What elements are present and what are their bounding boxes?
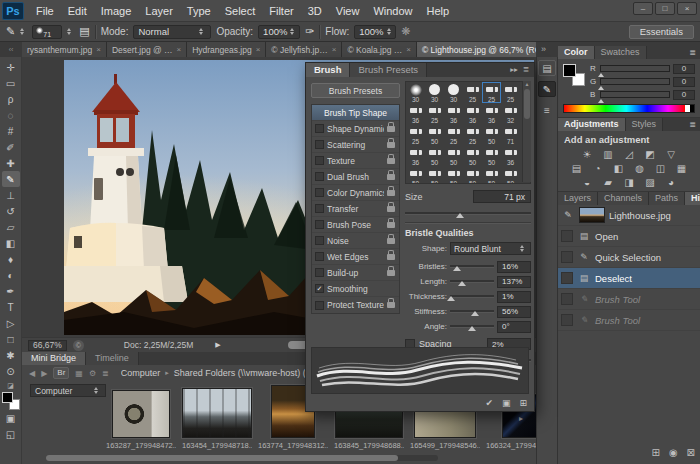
checkbox[interactable] [315, 284, 324, 293]
slider-value-field[interactable]: 56% [497, 306, 531, 318]
checkbox[interactable] [315, 140, 324, 149]
clone-source-panel-icon[interactable]: ≡ [538, 102, 556, 118]
foreground-color-swatch[interactable] [563, 64, 576, 77]
brush-option-color-dynamics[interactable]: Color Dynamics [312, 185, 399, 201]
history-brush-tool[interactable]: ↺ [2, 203, 20, 219]
brush-tip-cell[interactable]: 32 [501, 103, 520, 124]
channel-slider-track[interactable] [600, 91, 670, 98]
panel-tab[interactable]: Mini Bridge [22, 352, 86, 365]
curves-icon[interactable]: ◿ [621, 148, 638, 161]
color-balance-icon[interactable]: ◔ [589, 162, 606, 175]
menu-item[interactable]: Layer [138, 0, 180, 22]
brush-tip-cell[interactable]: 36 [406, 103, 425, 124]
brush-tool[interactable]: ✎ [2, 171, 20, 187]
hand-tool[interactable]: ✱ [2, 347, 20, 363]
panel-tab[interactable]: Styles [626, 118, 664, 131]
breadcrumb-item[interactable]: Computer▸ [121, 368, 169, 378]
slider-value-field[interactable]: 0° [497, 321, 531, 333]
document-tab[interactable]: rysanthemum.jpg × [22, 42, 107, 57]
levels-icon[interactable]: ▥ [600, 148, 617, 161]
brush-tip-cell[interactable]: 30 [406, 82, 425, 103]
checkbox[interactable] [315, 268, 324, 277]
history-state-quick-selection[interactable]: ✎ Quick Selection [558, 247, 700, 268]
panel-tab[interactable]: History [685, 192, 700, 205]
close-tab-icon[interactable]: × [176, 45, 181, 54]
slider-thumb[interactable] [468, 322, 476, 331]
photo-filter-icon[interactable]: ◍ [631, 162, 648, 175]
lock-icon[interactable] [387, 126, 395, 132]
menu-item[interactable]: Image [94, 0, 139, 22]
brush-panel-icon[interactable]: ✎ [538, 81, 556, 97]
document-tab[interactable]: © Jellyfish.jp… × [266, 42, 342, 57]
brush-option-protect-texture[interactable]: Protect Texture [312, 297, 399, 313]
channel-value-field[interactable]: 0 [673, 77, 695, 87]
history-state-open[interactable]: ▤ Open [558, 226, 700, 247]
history-state-brush-tool-2[interactable]: ✎ Brush Tool [558, 310, 700, 331]
brush-preset-picker[interactable]: 71 [32, 25, 62, 39]
crop-tool[interactable]: # [2, 123, 20, 139]
brush-option-texture[interactable]: Texture [312, 153, 399, 169]
brush-tool-icon[interactable]: ✎ [6, 25, 15, 38]
black-white-icon[interactable]: ◧ [610, 162, 627, 175]
brush-option-shape-dynamics[interactable]: Shape Dynamics [312, 121, 399, 137]
bridge-thumbnail[interactable]: 163454_179948718... [182, 388, 252, 450]
slider-thumb[interactable] [458, 277, 466, 286]
slider-thumb[interactable] [598, 70, 604, 77]
scrollbar-thumb[interactable] [46, 455, 398, 461]
close-tab-icon[interactable]: × [256, 45, 261, 54]
mode-select[interactable]: Normal [133, 25, 211, 39]
brush-tip-cell[interactable]: 36 [501, 145, 520, 166]
grid-scrollbar[interactable]: ▲ [522, 81, 531, 182]
brush-tip-cell[interactable]: 50 [463, 145, 482, 166]
channel-slider-track[interactable] [600, 65, 670, 72]
slider-thumb[interactable] [598, 96, 604, 103]
shape-tool[interactable]: □ [2, 331, 20, 347]
open-preset-picker-icon[interactable]: ▣ [502, 398, 511, 408]
slider-thumb[interactable] [453, 262, 461, 271]
scroll-right-icon[interactable]: ▸ [519, 414, 523, 423]
slider-value-field[interactable]: 137% [497, 276, 531, 288]
brush-tip-cell[interactable]: 25 [501, 82, 520, 103]
brush-tip-cell[interactable]: 50 [406, 166, 425, 184]
bridge-thumbnail[interactable]: 163287_179948472... [106, 390, 176, 450]
history-snapshot-row[interactable]: ✎ Lighthouse.jpg [558, 205, 700, 226]
quick-selection-tool[interactable]: ◌ [2, 107, 20, 123]
channel-value-field[interactable]: 0 [673, 90, 695, 100]
brush-tip-cell[interactable]: 36 [406, 145, 425, 166]
toggle-brush-panel-icon[interactable]: ▤ [79, 25, 89, 38]
blur-tool[interactable]: ♦ [2, 251, 20, 267]
checkbox[interactable] [315, 252, 324, 261]
checkbox[interactable] [315, 301, 324, 310]
thumbnail-image[interactable] [112, 390, 170, 438]
brush-option-smoothing[interactable]: Smoothing [312, 281, 399, 297]
settings-gear-icon[interactable]: ⚙ [89, 369, 96, 378]
vibrance-icon[interactable]: ▽ [663, 148, 680, 161]
panel-tab[interactable]: Color [558, 46, 595, 59]
menu-item[interactable]: 3D [301, 0, 329, 22]
type-tool[interactable]: T [2, 299, 20, 315]
pen-tool[interactable]: ✒ [2, 283, 20, 299]
selective-color-icon[interactable]: ◕ [663, 176, 680, 189]
panel-tab[interactable]: Swatches [595, 46, 647, 59]
brush-tip-cell[interactable]: 25 [406, 124, 425, 145]
gradient-tool[interactable]: ◧ [2, 235, 20, 251]
brush-preset-dropdown-icon[interactable] [67, 26, 74, 37]
status-options-arrow-icon[interactable]: ▶ [215, 341, 220, 349]
airbrush-icon[interactable]: ❋ [401, 25, 410, 38]
brush-tip-cell[interactable]: 50 [482, 166, 501, 184]
panel-menu-icon[interactable]: ≣ [689, 46, 700, 59]
history-source-well[interactable] [561, 293, 573, 305]
menu-item[interactable]: Edit [61, 0, 94, 22]
minimize-button[interactable]: – [633, 2, 653, 15]
brush-tip-cell[interactable]: 25 [463, 124, 482, 145]
brush-tip-cell[interactable]: 50 [501, 166, 520, 184]
slider-track[interactable] [450, 295, 494, 298]
lasso-tool[interactable]: ρ [2, 91, 20, 107]
spot-healing-brush-tool[interactable]: ✚ [2, 155, 20, 171]
menu-item[interactable]: Filter [262, 0, 300, 22]
close-tab-icon[interactable]: × [332, 45, 337, 54]
close-tab-icon[interactable]: × [96, 45, 101, 54]
menu-item[interactable]: Type [180, 0, 218, 22]
slider-value-field[interactable]: 1% [497, 291, 531, 303]
document-tab[interactable]: © Lighthouse.jpg @ 66,7% (RGB/8#) * × [417, 42, 536, 57]
